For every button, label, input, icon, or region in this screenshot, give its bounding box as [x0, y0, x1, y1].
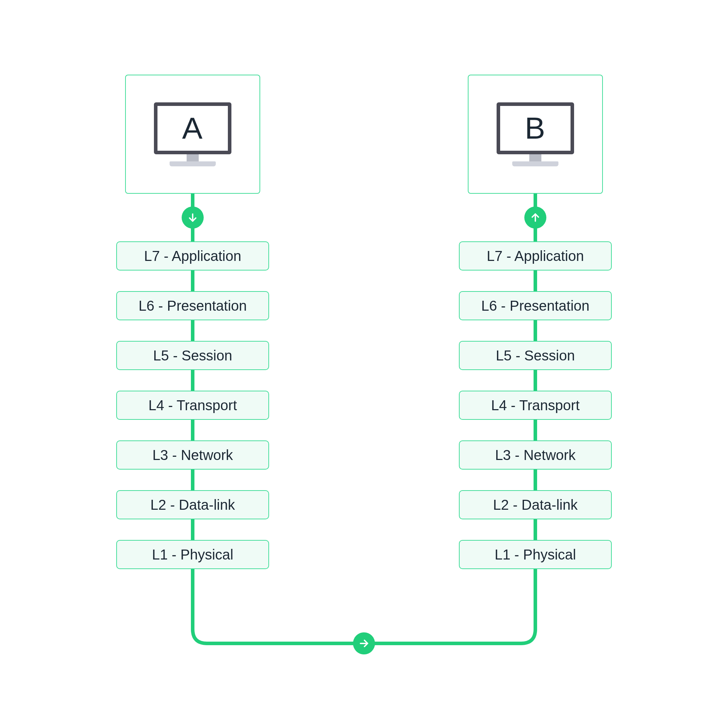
arrow-right-icon — [353, 632, 375, 655]
connector-line — [0, 0, 728, 728]
computer-icon: A — [154, 102, 231, 166]
arrow-down-icon — [182, 206, 204, 229]
node-b-box: B — [468, 75, 603, 194]
arrow-up-icon — [524, 206, 546, 229]
layers-a: L7 - Application L6 - Presentation L5 - … — [116, 242, 269, 569]
layer-box: L5 - Session — [459, 341, 612, 370]
layers-b: L7 - Application L6 - Presentation L5 - … — [459, 242, 612, 569]
layer-box: L1 - Physical — [459, 540, 612, 569]
stack-b: B L7 - Application L6 - Presentation L5 … — [459, 75, 612, 569]
layer-box: L2 - Data-link — [116, 490, 269, 519]
stack-a: A L7 - Application L6 - Presentation L5 … — [116, 75, 269, 569]
layer-box: L4 - Transport — [116, 391, 269, 420]
osi-diagram: A L7 - Application L6 - Presentation L5 … — [0, 0, 728, 728]
layer-box: L4 - Transport — [459, 391, 612, 420]
layer-box: L7 - Application — [459, 242, 612, 271]
layer-box: L3 - Network — [116, 440, 269, 470]
layer-box: L2 - Data-link — [459, 490, 612, 519]
layer-box: L1 - Physical — [116, 540, 269, 569]
layer-box: L6 - Presentation — [116, 291, 269, 320]
layer-box: L5 - Session — [116, 341, 269, 370]
node-b-label: B — [497, 102, 574, 154]
node-a-label: A — [154, 102, 231, 154]
layer-box: L3 - Network — [459, 440, 612, 470]
layer-box: L6 - Presentation — [459, 291, 612, 320]
layer-box: L7 - Application — [116, 242, 269, 271]
computer-icon: B — [497, 102, 574, 166]
node-a-box: A — [125, 75, 260, 194]
